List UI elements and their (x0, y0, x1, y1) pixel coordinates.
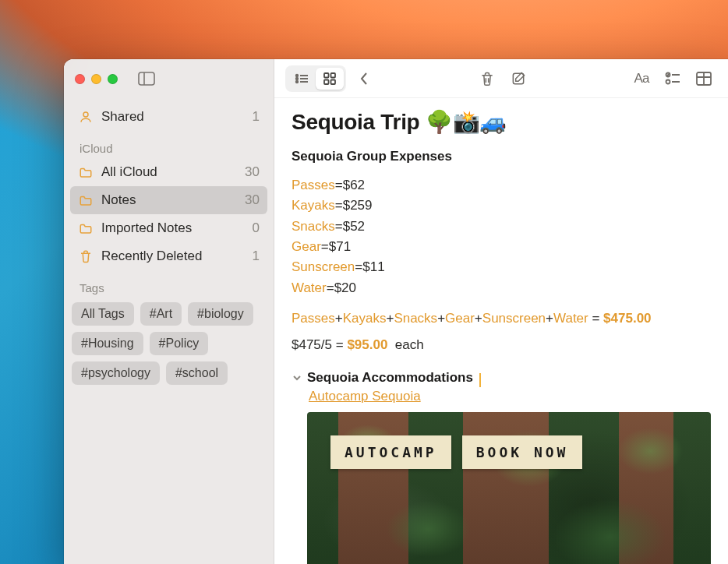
svg-rect-15 (513, 73, 523, 83)
trash-icon (78, 249, 94, 263)
text-cursor (479, 373, 481, 387)
tag-art[interactable]: #Art (140, 302, 182, 326)
checklist-button[interactable] (659, 67, 686, 90)
tag-biology[interactable]: #biology (188, 302, 253, 326)
autocamp-link[interactable]: Autocamp Sequoia (309, 389, 421, 404)
sum-term: Sunscreen (482, 311, 546, 326)
window-controls (75, 74, 118, 84)
tag-housing[interactable]: #Housing (72, 332, 143, 355)
folder-icon (78, 222, 94, 234)
sum-term: Gear (445, 311, 475, 326)
expense-value: $20 (334, 280, 356, 295)
sidebar-item-count: 30 (245, 192, 260, 208)
svg-point-7 (296, 80, 299, 83)
sidebar-item-count: 30 (245, 164, 260, 180)
svg-rect-0 (139, 72, 154, 85)
note-title: Sequoia Trip 🌳📸🚙 (292, 109, 711, 135)
svg-rect-10 (331, 73, 336, 78)
tag-list: All Tags #Art #biology #Housing #Policy … (64, 298, 274, 390)
each-suffix: each (395, 337, 424, 352)
note-editor[interactable]: Sequoia Trip 🌳📸🚙 Sequoia Group Expenses … (274, 98, 728, 564)
sidebar-item-label: Imported Notes (101, 220, 192, 236)
expense-list: Passes=$62 Kayaks=$259 Snacks=$52 Gear=$… (292, 175, 711, 298)
chevron-down-icon (292, 372, 302, 383)
tag-psychology[interactable]: #psychology (72, 361, 160, 385)
sidebar-item-all-icloud[interactable]: All iCloud 30 (70, 158, 267, 186)
expense-key: Sunscreen (292, 259, 355, 274)
sum-term: Water (553, 311, 588, 326)
shared-icon (78, 110, 94, 124)
expense-value: $11 (362, 259, 384, 274)
sidebar-item-label: Notes (101, 192, 136, 208)
view-mode-segment (285, 65, 346, 92)
sidebar-item-shared[interactable]: Shared 1 (70, 103, 267, 131)
sidebar-item-count: 1 (253, 109, 260, 125)
toggle-sidebar-button[interactable] (138, 72, 155, 86)
expense-key: Kayaks (292, 198, 335, 213)
expense-row: Snacks=$52 (292, 217, 711, 237)
close-window-button[interactable] (75, 74, 85, 84)
fullscreen-window-button[interactable] (108, 74, 118, 84)
sidebar-item-notes[interactable]: Notes 30 (70, 186, 267, 214)
folder-icon (78, 166, 94, 178)
sum-term: Passes (292, 311, 335, 326)
sidebar-section-icloud: iCloud (70, 131, 267, 158)
accommodations-heading[interactable]: Sequoia Accommodations (292, 370, 711, 386)
main-pane: Aa Sequoia Trip 🌳📸🚙 Sequoia Group Expens… (274, 59, 728, 564)
sum-line: Passes+Kayaks+Snacks+Gear+Sunscreen+Wate… (292, 311, 711, 326)
expense-value: $52 (343, 219, 365, 234)
fold-label: Sequoia Accommodations (307, 370, 473, 386)
svg-point-5 (296, 77, 299, 79)
table-button[interactable] (691, 67, 717, 90)
delete-note-button[interactable] (474, 67, 500, 90)
sidebar: Shared 1 iCloud All iCloud 30 Notes (64, 59, 274, 564)
expense-row: Water=$20 (292, 278, 711, 298)
sum-total: $475.00 (603, 311, 651, 326)
expense-row: Kayaks=$259 (292, 196, 711, 216)
new-note-button[interactable] (505, 67, 532, 90)
folder-icon (78, 194, 94, 206)
notes-window: Shared 1 iCloud All iCloud 30 Notes (64, 59, 728, 564)
svg-rect-9 (324, 73, 329, 78)
svg-point-18 (666, 79, 670, 83)
tag-school[interactable]: #school (166, 361, 228, 385)
sidebar-item-recently-deleted[interactable]: Recently Deleted 1 (70, 242, 267, 270)
link-preview[interactable]: AUTOCAMP BOOK NOW (307, 412, 711, 564)
svg-rect-11 (324, 79, 329, 84)
each-value: $95.00 (347, 337, 387, 352)
expense-key: Gear (292, 239, 321, 254)
toolbar: Aa (274, 59, 728, 98)
sidebar-section-tags: Tags (70, 270, 267, 298)
tag-all[interactable]: All Tags (72, 302, 134, 326)
tag-policy[interactable]: #Policy (150, 332, 209, 355)
preview-cta-pill: BOOK NOW (462, 435, 583, 469)
back-button[interactable] (351, 67, 377, 90)
note-subheading: Sequoia Group Expenses (292, 149, 711, 164)
sidebar-item-count: 1 (253, 249, 260, 264)
expense-key: Snacks (292, 219, 335, 234)
expense-row: Gear=$71 (292, 237, 711, 257)
svg-point-2 (83, 112, 88, 117)
accommodation-link-line: Autocamp Sequoia (292, 389, 711, 404)
sum-term: Kayaks (343, 311, 387, 326)
grid-view-button[interactable] (316, 68, 344, 90)
format-button[interactable]: Aa (628, 67, 655, 90)
sidebar-item-count: 0 (253, 220, 260, 236)
expense-value: $259 (343, 198, 373, 213)
list-view-button[interactable] (288, 68, 316, 90)
expense-key: Passes (292, 178, 335, 192)
desktop-background: Shared 1 iCloud All iCloud 30 Notes (0, 0, 728, 564)
preview-logo-pill: AUTOCAMP (330, 435, 451, 469)
expense-value: $62 (343, 178, 365, 192)
sidebar-list: Shared 1 iCloud All iCloud 30 Notes (64, 98, 274, 298)
expense-value: $71 (329, 239, 351, 254)
each-lhs: $475/5 (292, 337, 332, 352)
minimize-window-button[interactable] (91, 74, 101, 84)
per-person-line: $475/5 = $95.00 each (292, 337, 711, 353)
sidebar-item-imported-notes[interactable]: Imported Notes 0 (70, 214, 267, 242)
sum-term: Snacks (394, 311, 437, 326)
sidebar-item-label: All iCloud (101, 164, 157, 180)
expense-key: Water (292, 280, 327, 295)
preview-pills: AUTOCAMP BOOK NOW (330, 435, 582, 469)
svg-rect-12 (331, 79, 336, 84)
